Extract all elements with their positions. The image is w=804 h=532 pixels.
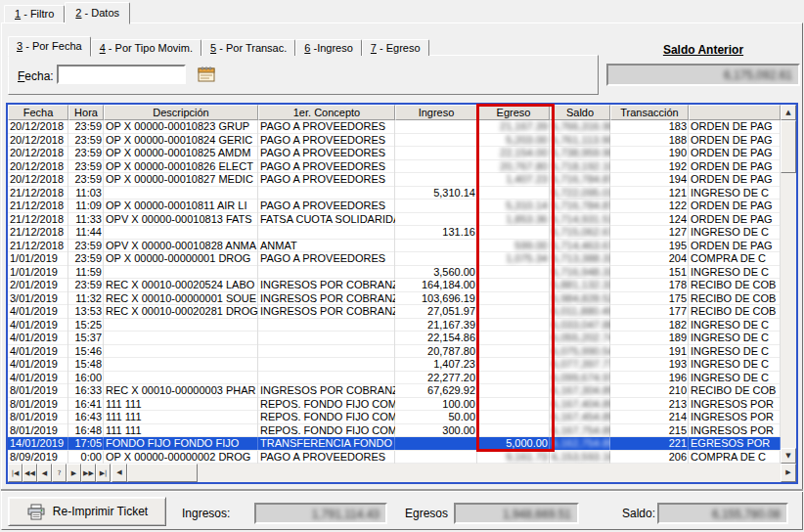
table-row[interactable]: 20/12/201823:59OP X 00000-00010825 AMDMP… <box>8 147 781 160</box>
nav-button[interactable]: ▶▶ <box>81 464 96 482</box>
cell-conc[interactable]: PAGO A PROVEEDORES <box>258 160 395 174</box>
scroll-up-button[interactable]: ▲ <box>781 105 796 120</box>
cell-saldo[interactable]: 6,153,593.16 <box>550 451 610 465</box>
cell-fecha[interactable]: 2/01/2019 <box>8 279 68 292</box>
cell-hora[interactable]: 11:03 <box>68 187 104 200</box>
cell-conc[interactable]: INGRESOS POR COBRANZAS <box>258 279 395 292</box>
cell-saldo[interactable]: 5,718,192.10 <box>550 160 610 174</box>
cell-hora[interactable]: 16:48 <box>68 424 104 438</box>
column-header-tipo[interactable] <box>689 105 781 120</box>
cell-fecha[interactable]: 14/01/2019 <box>8 437 68 451</box>
cell-desc[interactable] <box>104 187 258 200</box>
cell-hora[interactable]: 16:41 <box>68 398 104 412</box>
cell-desc[interactable]: OP X 00000-00000002 DROG <box>104 451 258 465</box>
cell-conc[interactable] <box>258 345 395 359</box>
cell-hora[interactable]: 16:33 <box>68 384 104 398</box>
cell-ing[interactable] <box>395 120 477 134</box>
table-row[interactable]: 8/01/201916:41111 111REPOS. FONDO FIJO C… <box>8 398 781 412</box>
cell-saldo[interactable]: 5,722,095.01 <box>550 187 610 200</box>
cell-egr[interactable]: 22,154.00 <box>477 147 550 160</box>
cell-hora[interactable]: 11:33 <box>68 213 104 227</box>
table-row[interactable]: 1/01/201923:59OP X 00000-00000001 DROGPA… <box>8 252 781 266</box>
cell-saldo[interactable]: 6,167,404.89 <box>550 398 610 412</box>
cell-egr[interactable] <box>477 411 550 424</box>
cell-tipo[interactable]: ORDEN DE PAG <box>689 120 781 134</box>
cell-saldo[interactable]: 5,761,113.90 <box>550 134 610 148</box>
cell-ing[interactable] <box>395 134 477 148</box>
nav-button[interactable]: ▶| <box>96 464 111 482</box>
cell-fecha[interactable]: 21/12/2018 <box>8 226 68 240</box>
cell-desc[interactable] <box>104 226 258 240</box>
table-row[interactable]: 3/01/201911:32REC X 00010-00000001 SOUEI… <box>8 292 781 306</box>
vertical-scrollbar[interactable]: ▲ ▼ <box>781 105 796 464</box>
cell-tipo[interactable]: INGRESO DE C <box>689 266 781 280</box>
cell-fecha[interactable]: 8/01/2019 <box>8 384 68 398</box>
cell-ing[interactable]: 1,407.23 <box>395 358 477 372</box>
cell-fecha[interactable]: 21/12/2018 <box>8 240 68 253</box>
cell-desc[interactable] <box>104 345 258 359</box>
cell-desc[interactable]: REC X 00010-00000001 SOUE <box>104 292 258 306</box>
tab-egreso[interactable]: 7 - Egreso <box>362 39 429 56</box>
cell-ing[interactable] <box>395 147 477 160</box>
cell-trans[interactable]: 182 <box>610 319 689 332</box>
cell-saldo[interactable]: 5,714,463.67 <box>550 240 610 253</box>
cell-tipo[interactable]: EGRESOS POR <box>689 437 781 451</box>
cell-fecha[interactable]: 20/12/2018 <box>8 160 68 174</box>
cell-trans[interactable]: 191 <box>610 345 689 359</box>
cell-tipo[interactable]: RECIBO DE COB <box>689 384 781 398</box>
table-row[interactable]: 21/12/201811:44131.165,715,062.67127INGR… <box>8 226 781 240</box>
cell-fecha[interactable]: 21/12/2018 <box>8 187 68 200</box>
cell-conc[interactable] <box>258 332 395 345</box>
table-row[interactable]: 2/01/201923:59REC X 00010-00020524 LABOI… <box>8 279 781 292</box>
cell-fecha[interactable]: 4/01/2019 <box>8 332 68 345</box>
cell-tipo[interactable]: ORDEN DE PAG <box>689 240 781 253</box>
cell-desc[interactable]: OP X 00000-00010827 MEDIC <box>104 173 258 187</box>
table-row[interactable]: 8/01/201916:33REC X 00010-00000003 PHARI… <box>8 384 781 398</box>
cell-hora[interactable]: 23:59 <box>68 120 104 134</box>
cell-hora[interactable]: 15:37 <box>68 332 104 345</box>
cell-desc[interactable] <box>104 319 258 332</box>
column-header-desc[interactable]: Descripción <box>104 105 258 120</box>
cell-hora[interactable]: 23:59 <box>68 173 104 187</box>
horizontal-scroll-thumb[interactable] <box>127 464 198 482</box>
cell-fecha[interactable]: 20/12/2018 <box>8 134 68 148</box>
cell-egr[interactable] <box>477 372 550 385</box>
cell-fecha[interactable]: 20/12/2018 <box>8 147 68 160</box>
cell-egr[interactable] <box>477 305 550 319</box>
cell-conc[interactable]: PAGO A PROVEEDORES <box>258 134 395 148</box>
cell-fecha[interactable]: 8/09/2019 <box>8 451 68 465</box>
cell-ing[interactable]: 27,051.97 <box>395 305 477 319</box>
cell-tipo[interactable]: INGRESO DE C <box>689 358 781 372</box>
cell-trans[interactable]: 196 <box>610 372 689 385</box>
cell-trans[interactable]: 204 <box>610 252 689 266</box>
column-header-egr[interactable]: Egreso <box>477 105 550 120</box>
cell-desc[interactable]: 111 111 <box>104 424 258 438</box>
cell-egr[interactable]: 599.00 <box>477 240 550 253</box>
cell-conc[interactable] <box>258 266 395 280</box>
cell-tipo[interactable]: COMPRA DE C <box>689 451 781 465</box>
table-row[interactable]: 8/01/201916:48111 111REPOS. FONDO FIJO C… <box>8 424 781 438</box>
table-row[interactable]: 20/12/201823:59OP X 00000-00010826 ELECT… <box>8 160 781 174</box>
tab-por-tipo-movim[interactable]: 4 - Por Tipo Movim. <box>91 39 201 56</box>
cell-saldo[interactable]: 6,167,754.89 <box>550 424 610 438</box>
cell-trans[interactable]: 210 <box>610 384 689 398</box>
cell-desc[interactable]: 111 111 <box>104 398 258 412</box>
cell-tipo[interactable]: INGRESO DE C <box>689 372 781 385</box>
cell-trans[interactable]: 122 <box>610 200 689 213</box>
cell-tipo[interactable]: RECIBO DE COB <box>689 279 781 292</box>
cell-tipo[interactable]: ORDEN DE PAG <box>689 134 781 148</box>
scroll-right-button[interactable]: ▶ <box>781 464 796 482</box>
table-row[interactable]: 20/12/201823:59OP X 00000-00010824 GERIC… <box>8 134 781 148</box>
cell-ing[interactable]: 164,184.00 <box>395 279 477 292</box>
cell-saldo[interactable]: 5,714,931.51 <box>550 213 610 227</box>
cell-trans[interactable]: 214 <box>610 411 689 424</box>
cell-desc[interactable]: OP X 00000-00010823 GRUP <box>104 120 258 134</box>
cell-ing[interactable] <box>395 451 477 465</box>
table-row[interactable]: 4/01/201916:0022,277.206,099,674.97196IN… <box>8 372 781 385</box>
cell-conc[interactable] <box>258 358 395 372</box>
cell-hora[interactable]: 23:59 <box>68 240 104 253</box>
cell-trans[interactable]: 188 <box>610 134 689 148</box>
cell-egr[interactable] <box>477 332 550 345</box>
cell-egr[interactable] <box>477 384 550 398</box>
cell-desc[interactable]: OP X 00000-00010824 GERIC <box>104 134 258 148</box>
